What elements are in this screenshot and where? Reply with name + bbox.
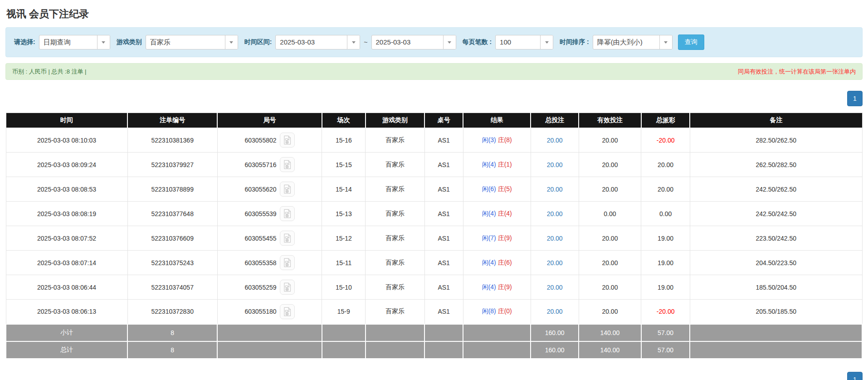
- game-type: 百家乐: [366, 251, 424, 275]
- chevron-down-icon[interactable]: [347, 35, 360, 49]
- valid-bet: 20.00: [579, 226, 641, 251]
- bet-time: 2025-03-03 08:10:03: [6, 128, 127, 153]
- round-id-cell: 603055358: [217, 251, 322, 275]
- time-range-label: 时间区间:: [244, 38, 272, 46]
- result-player: 闲(4): [482, 210, 496, 217]
- subtotal-count: 8: [127, 324, 217, 341]
- video-replay-button[interactable]: [280, 182, 295, 197]
- game-type: 百家乐: [366, 202, 424, 226]
- page-1-button[interactable]: 1: [847, 372, 863, 380]
- result-banker: 庄(6): [498, 259, 512, 266]
- sort-order-select[interactable]: 降幂(由大到小): [593, 35, 673, 49]
- table-row: 2025-03-03 08:08:53 522310378899 6030556…: [6, 177, 862, 202]
- table-no: AS1: [424, 275, 463, 300]
- col-header-bet-id: 注单编号: [127, 113, 217, 128]
- table-row: 2025-03-03 08:09:24 522310379927 6030557…: [6, 153, 862, 177]
- query-type-label: 请选择:: [14, 38, 35, 46]
- video-replay-button[interactable]: [280, 157, 295, 172]
- video-replay-button[interactable]: [280, 133, 295, 148]
- session-no: 15-14: [322, 177, 366, 202]
- valid-bet: 20.00: [579, 153, 641, 177]
- valid-bet: 20.00: [579, 275, 641, 300]
- table-row: 2025-03-03 08:07:14 522310375243 6030553…: [6, 251, 862, 275]
- chevron-down-icon[interactable]: [225, 35, 238, 49]
- table-no: AS1: [424, 202, 463, 226]
- valid-bet: 20.00: [579, 300, 641, 324]
- round-id-cell: 603055180: [217, 300, 322, 324]
- total-bet-link[interactable]: 20.00: [531, 153, 579, 177]
- result-cell: 闲(7) 庄(9): [463, 226, 531, 251]
- total-total-bet: 160.00: [531, 341, 579, 359]
- result-cell: 闲(3) 庄(8): [463, 128, 531, 153]
- date-to-select[interactable]: 2025-03-03: [371, 35, 456, 49]
- video-file-icon: [283, 258, 292, 267]
- total-valid-bet: 140.00: [579, 341, 641, 359]
- col-header-payout: 总派彩: [641, 113, 690, 128]
- date-from-select[interactable]: 2025-03-03: [275, 35, 360, 49]
- bet-time: 2025-03-03 08:08:53: [6, 177, 127, 202]
- result-cell: 闲(4) 庄(6): [463, 251, 531, 275]
- video-replay-button[interactable]: [280, 304, 295, 319]
- col-header-session: 场次: [322, 113, 366, 128]
- total-bet-link[interactable]: 20.00: [531, 202, 579, 226]
- video-replay-button[interactable]: [280, 255, 295, 270]
- chevron-down-icon[interactable]: [659, 35, 672, 49]
- result-banker: 庄(5): [498, 185, 512, 192]
- chevron-down-icon[interactable]: [443, 35, 456, 49]
- table-no: AS1: [424, 251, 463, 275]
- total-bet-link[interactable]: 20.00: [531, 177, 579, 202]
- total-bet-link[interactable]: 20.00: [531, 128, 579, 153]
- result-cell: 闲(4) 庄(4): [463, 202, 531, 226]
- remark: 205.50/185.50: [690, 300, 862, 324]
- total-row: 总计 8 160.00 140.00 57.00: [6, 341, 862, 359]
- total-bet-link[interactable]: 20.00: [531, 251, 579, 275]
- game-type: 百家乐: [366, 226, 424, 251]
- query-button[interactable]: 查询: [678, 35, 704, 50]
- bet-time: 2025-03-03 08:07:14: [6, 251, 127, 275]
- video-replay-button[interactable]: [280, 280, 295, 295]
- col-header-valid-bet: 有效投注: [579, 113, 641, 128]
- chevron-down-icon[interactable]: [97, 35, 110, 49]
- subtotal-total-bet: 160.00: [531, 324, 579, 341]
- bet-time: 2025-03-03 08:07:52: [6, 226, 127, 251]
- total-count: 8: [127, 341, 217, 359]
- total-bet-link[interactable]: 20.00: [531, 226, 579, 251]
- chevron-down-icon[interactable]: [540, 35, 553, 49]
- bet-id: 522310378899: [127, 177, 217, 202]
- video-file-icon: [283, 233, 292, 243]
- page-size-select[interactable]: 100: [495, 35, 553, 49]
- result-cell: 闲(6) 庄(5): [463, 177, 531, 202]
- result-banker: 庄(9): [498, 283, 512, 291]
- col-header-table-no: 桌号: [424, 113, 463, 128]
- remark: 242.50/262.50: [690, 177, 862, 202]
- video-replay-button[interactable]: [280, 231, 295, 246]
- session-no: 15-16: [322, 128, 366, 153]
- page-1-button[interactable]: 1: [847, 91, 863, 106]
- pagination-bottom: 1: [5, 372, 863, 380]
- result-banker: 庄(4): [498, 210, 512, 217]
- game-type-select[interactable]: 百家乐: [146, 35, 238, 49]
- valid-bet: 20.00: [579, 177, 641, 202]
- query-type-select[interactable]: 日期查询: [39, 35, 110, 49]
- video-replay-button[interactable]: [280, 206, 295, 221]
- total-remark: [690, 341, 862, 359]
- result-player: 闲(7): [482, 234, 496, 242]
- subtotal-valid-bet: 140.00: [579, 324, 641, 341]
- round-id: 603055259: [244, 284, 276, 291]
- total-label: 总计: [6, 341, 127, 359]
- bet-time: 2025-03-03 08:09:24: [6, 153, 127, 177]
- date-from-value: 2025-03-03: [276, 35, 347, 49]
- subtotal-row: 小计 8 160.00 140.00 57.00: [6, 324, 862, 341]
- page-size-label: 每页笔数 :: [463, 38, 492, 46]
- payout-value: 20.00: [641, 153, 690, 177]
- page-size-value: 100: [496, 35, 540, 49]
- bet-id: 522310379927: [127, 153, 217, 177]
- game-type: 百家乐: [366, 300, 424, 324]
- result-player: 闲(3): [482, 136, 496, 143]
- total-bet-link[interactable]: 20.00: [531, 300, 579, 324]
- result-player: 闲(4): [482, 161, 496, 168]
- col-header-result: 结果: [463, 113, 531, 128]
- total-bet-link[interactable]: 20.00: [531, 275, 579, 300]
- table-row: 2025-03-03 08:07:52 522310376609 6030554…: [6, 226, 862, 251]
- video-file-icon: [283, 135, 292, 145]
